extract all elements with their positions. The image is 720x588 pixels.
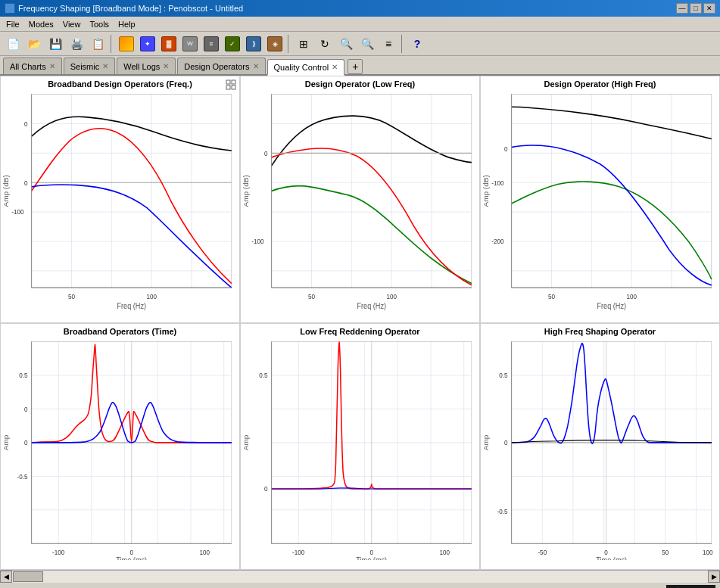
svg-text:50: 50 xyxy=(548,292,555,300)
scroll-left-button[interactable]: ◀ xyxy=(0,571,12,583)
svg-text:0.5: 0.5 xyxy=(499,371,508,378)
scroll-track[interactable] xyxy=(12,571,708,583)
scroll-thumb[interactable] xyxy=(13,571,43,582)
svg-rect-0 xyxy=(226,80,230,84)
titlebar-left: Frequency Shaping [Broadband Mode] : Pen… xyxy=(5,3,243,14)
toolbar-btn-9[interactable]: W xyxy=(180,35,200,53)
svg-rect-47 xyxy=(512,95,712,288)
toolbar-layers[interactable]: ≡ xyxy=(379,35,398,53)
toolbar-separator-1 xyxy=(111,35,114,53)
svg-text:0: 0 xyxy=(504,145,508,153)
menu-modes[interactable]: Modes xyxy=(24,19,58,30)
toolbar-btn-8[interactable]: ▓ xyxy=(159,35,179,53)
tab-seismic-label: Seismic xyxy=(70,62,100,71)
toolbar: 📄 📂 💾 🖨️ 📋 ✦ ▓ W ≡ ✓ ⟫ ◈ ⊞ ↻ 🔍 🔍 ≡ ? xyxy=(0,32,720,56)
tab-quality-control[interactable]: Quality Control ✕ xyxy=(267,59,345,76)
toolbar-separator-3 xyxy=(401,35,404,53)
svg-text:0.5: 0.5 xyxy=(19,371,28,378)
toolbar-grid[interactable]: ⊞ xyxy=(294,35,313,53)
tab-design-operators-label: Design Operators xyxy=(184,62,249,71)
tab-design-operators-close[interactable]: ✕ xyxy=(253,62,259,70)
toolbar-print[interactable]: 🖨️ xyxy=(67,35,86,53)
chart-broadband-freq-canvas: 0 0 -100 50 100 Freq (Hz) Amp (dB) xyxy=(1,90,239,313)
svg-text:0: 0 xyxy=(129,548,133,555)
chart-design-op-high-title: Design Operator (High Freq) xyxy=(481,76,719,90)
toolbar-btn-10[interactable]: ≡ xyxy=(201,35,221,53)
svg-text:-0.5: -0.5 xyxy=(497,508,508,515)
svg-text:100: 100 xyxy=(703,548,713,555)
chart-high-freq-shaping-title: High Freq Shaping Operator xyxy=(481,324,719,338)
toolbar-new[interactable]: 📄 xyxy=(3,35,23,53)
svg-text:0: 0 xyxy=(504,438,508,446)
svg-rect-1 xyxy=(232,80,235,84)
svg-text:-100: -100 xyxy=(491,179,503,186)
tab-add-button[interactable]: + xyxy=(348,59,363,74)
svg-text:Amp: Amp xyxy=(242,434,250,450)
svg-text:-200: -200 xyxy=(491,238,503,245)
menu-file[interactable]: File xyxy=(2,19,24,30)
tab-well-logs[interactable]: Well Logs ✕ xyxy=(117,58,176,74)
chart-broadband-time-canvas: 0.5 0 0 -0.5 -100 0 100 Time (ms) Amp xyxy=(1,338,239,561)
svg-text:50: 50 xyxy=(308,292,315,300)
chart-low-freq-reddening-canvas: 0.5 0 -100 0 100 Time (ms) Amp xyxy=(241,338,479,561)
svg-text:Amp (dB): Amp (dB) xyxy=(242,175,250,207)
tab-seismic[interactable]: Seismic ✕ xyxy=(64,58,116,74)
chart-high-freq-shaping-canvas: 0.5 0 -0.5 -50 0 50 100 Time (ms) Amp xyxy=(481,338,719,561)
toolbar-open[interactable]: 📂 xyxy=(24,35,44,53)
chart-broadband-freq-title: Broadband Design Operators (Freq.) xyxy=(1,76,239,90)
tab-seismic-close[interactable]: ✕ xyxy=(102,62,108,70)
tab-all-charts[interactable]: All Charts ✕ xyxy=(3,58,62,74)
svg-text:50: 50 xyxy=(662,548,669,555)
toolbar-btn-11[interactable]: ✓ xyxy=(223,35,242,53)
tab-quality-control-close[interactable]: ✕ xyxy=(332,63,338,71)
toolbar-help[interactable]: ? xyxy=(407,35,427,53)
toolbar-separator-2 xyxy=(288,35,291,53)
tab-design-operators[interactable]: Design Operators ✕ xyxy=(177,58,265,74)
svg-text:Freq (Hz): Freq (Hz) xyxy=(357,302,386,310)
maximize-button[interactable]: □ xyxy=(690,3,702,14)
toolbar-btn-13[interactable]: ◈ xyxy=(265,35,285,53)
svg-text:Time (ms): Time (ms) xyxy=(116,555,147,560)
chart-low-freq-reddening: Low Freq Reddening Operator xyxy=(240,323,480,571)
toolbar-search2[interactable]: 🔍 xyxy=(357,35,377,53)
tab-well-logs-label: Well Logs xyxy=(123,62,160,71)
titlebar-controls: — □ ✕ xyxy=(676,3,715,14)
tab-well-logs-close[interactable]: ✕ xyxy=(163,62,169,70)
svg-rect-3 xyxy=(232,86,235,89)
svg-text:Amp (dB): Amp (dB) xyxy=(2,175,10,207)
tab-all-charts-close[interactable]: ✕ xyxy=(49,62,55,70)
svg-text:-50: -50 xyxy=(538,548,547,555)
chart-low-freq-reddening-title: Low Freq Reddening Operator xyxy=(241,324,479,338)
expand-icon-1[interactable] xyxy=(226,79,236,90)
tab-all-charts-label: All Charts xyxy=(10,62,46,71)
toolbar-search1[interactable]: 🔍 xyxy=(336,35,356,53)
minimize-button[interactable]: — xyxy=(676,3,688,14)
horizontal-scrollbar: ◀ ▶ xyxy=(0,570,720,582)
menu-tools[interactable]: Tools xyxy=(85,19,114,30)
svg-text:-100: -100 xyxy=(292,548,304,555)
toolbar-save[interactable]: 💾 xyxy=(45,35,65,53)
svg-text:0: 0 xyxy=(24,438,28,446)
titlebar: Frequency Shaping [Broadband Mode] : Pen… xyxy=(0,0,720,17)
toolbar-btn-6[interactable] xyxy=(117,35,136,53)
svg-text:0: 0 xyxy=(24,179,28,186)
chart-broadband-time-title: Broadband Operators (Time) xyxy=(1,324,239,338)
svg-text:-100: -100 xyxy=(52,548,64,555)
svg-text:-100: -100 xyxy=(251,238,263,245)
tabbar: All Charts ✕ Seismic ✕ Well Logs ✕ Desig… xyxy=(0,56,720,76)
toolbar-btn-12[interactable]: ⟫ xyxy=(244,35,263,53)
menu-help[interactable]: Help xyxy=(114,19,140,30)
svg-text:100: 100 xyxy=(200,548,210,555)
close-button[interactable]: ✕ xyxy=(703,3,715,14)
svg-text:100: 100 xyxy=(386,292,397,300)
toolbar-btn-7[interactable]: ✦ xyxy=(138,35,157,53)
menubar: File Modes View Tools Help xyxy=(0,17,720,32)
svg-text:Freq (Hz): Freq (Hz) xyxy=(117,302,146,310)
menu-view[interactable]: View xyxy=(58,19,86,30)
svg-text:-0.5: -0.5 xyxy=(17,472,28,480)
scroll-right-button[interactable]: ▶ xyxy=(708,571,720,583)
toolbar-copy[interactable]: 📋 xyxy=(88,35,108,53)
tab-quality-control-label: Quality Control xyxy=(274,63,329,72)
toolbar-refresh[interactable]: ↻ xyxy=(315,35,335,53)
svg-text:0: 0 xyxy=(24,120,28,127)
